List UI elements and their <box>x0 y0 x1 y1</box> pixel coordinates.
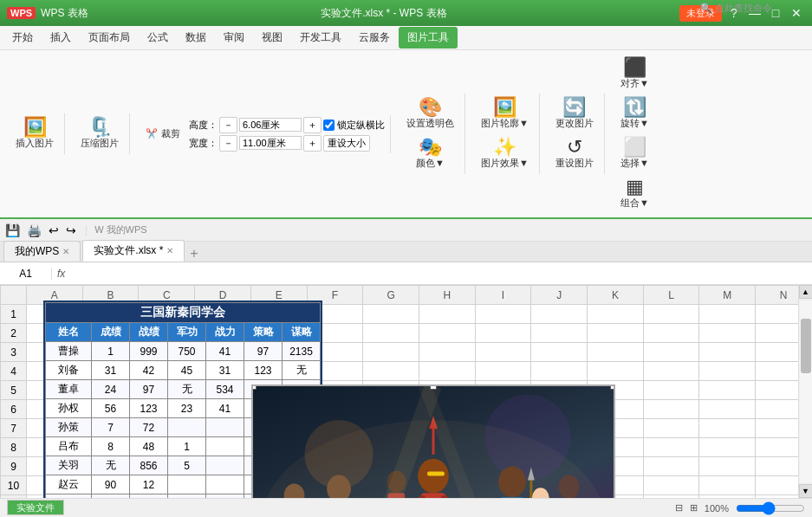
set-transparent-btn[interactable]: 🎨 设置透明色 <box>401 95 459 132</box>
height-increase[interactable]: ＋ <box>303 117 322 133</box>
cell-r1-c12[interactable] <box>699 305 756 324</box>
cell-r8-c12[interactable] <box>699 438 756 457</box>
data-cell-4-3[interactable] <box>168 418 206 437</box>
cell-r6-c12[interactable] <box>699 400 756 419</box>
combine-btn[interactable]: ▦ 组合▼ <box>615 175 654 212</box>
close-btn[interactable]: ✕ <box>788 4 805 22</box>
data-cell-4-0[interactable]: 孙策 <box>46 418 92 437</box>
cell-r1-c8[interactable] <box>475 305 531 324</box>
data-cell-2-0[interactable]: 董卓 <box>46 380 92 399</box>
data-cell-0-4[interactable]: 41 <box>206 342 244 361</box>
data-cell-8-3[interactable]: 1 <box>168 494 206 499</box>
img-effect-btn[interactable]: ✨ 图片效果▼ <box>476 135 534 172</box>
data-cell-2-3[interactable]: 无 <box>168 380 206 399</box>
data-cell-5-4[interactable] <box>206 437 244 456</box>
data-cell-2-1[interactable]: 24 <box>92 380 130 399</box>
col-H[interactable]: H <box>419 286 475 305</box>
data-cell-7-4[interactable] <box>206 475 244 494</box>
cell-r9-c12[interactable] <box>699 457 756 476</box>
data-cell-1-6[interactable]: 无 <box>283 361 321 380</box>
menu-view[interactable]: 视图 <box>253 27 291 48</box>
data-cell-4-1[interactable]: 7 <box>92 418 130 437</box>
col-K[interactable]: K <box>588 286 644 305</box>
data-cell-1-2[interactable]: 42 <box>130 361 168 380</box>
rotate-btn[interactable]: 🔃 旋转▼ <box>615 95 654 132</box>
zoom-slider[interactable] <box>736 501 805 515</box>
reset-img-btn[interactable]: ↺ 重设图片 <box>550 135 599 172</box>
menu-picture-tools[interactable]: 图片工具 <box>399 27 458 48</box>
data-cell-6-2[interactable]: 856 <box>130 456 168 475</box>
scroll-track[interactable] <box>800 301 812 482</box>
tab-mywps-close[interactable]: ✕ <box>62 247 69 256</box>
data-cell-5-0[interactable]: 吕布 <box>46 437 92 456</box>
col-M[interactable]: M <box>699 286 756 305</box>
menu-layout[interactable]: 页面布局 <box>80 27 139 48</box>
cell-r1-c7[interactable] <box>419 305 475 324</box>
tab-mywps[interactable]: 我的WPS ✕ <box>3 241 81 262</box>
data-cell-7-2[interactable]: 12 <box>130 475 168 494</box>
data-cell-0-5[interactable]: 97 <box>244 342 283 361</box>
col-G[interactable]: G <box>363 286 419 305</box>
cell-r3-c7[interactable] <box>419 343 475 362</box>
scroll-up-btn[interactable]: ▲ <box>799 285 813 299</box>
save-btn[interactable]: 💾 <box>3 222 22 239</box>
lock-ratio-checkbox[interactable] <box>323 120 335 131</box>
width-input[interactable] <box>239 136 302 150</box>
cell-r2-c6[interactable] <box>363 324 419 343</box>
img-rotate-btn[interactable]: 🖼️ 图片轮廓▼ <box>476 95 534 132</box>
data-cell-0-0[interactable]: 曹操 <box>46 342 92 361</box>
cell-r4-c8[interactable] <box>475 362 531 381</box>
data-cell-7-3[interactable] <box>168 475 206 494</box>
cell-r2-c12[interactable] <box>699 324 756 343</box>
data-cell-8-1[interactable]: 999 <box>92 494 130 499</box>
data-cell-8-0[interactable]: 孔明 <box>46 494 92 499</box>
data-cell-7-1[interactable]: 90 <box>92 475 130 494</box>
cell-r1-c10[interactable] <box>588 305 644 324</box>
data-cell-0-1[interactable]: 1 <box>92 342 130 361</box>
cell-r11-c12[interactable] <box>699 495 756 499</box>
compress-image-btn[interactable]: 🗜️ 压缩图片 <box>75 115 124 152</box>
lock-ratio-label[interactable]: 锁定纵横比 <box>323 119 385 132</box>
cell-r2-c7[interactable] <box>419 324 475 343</box>
data-cell-6-0[interactable]: 关羽 <box>46 456 92 475</box>
fx-icon[interactable]: fx <box>52 268 70 280</box>
height-input[interactable] <box>239 118 302 132</box>
data-cell-5-2[interactable]: 48 <box>130 437 168 456</box>
menu-insert[interactable]: 插入 <box>42 27 80 48</box>
cell-r9-c11[interactable] <box>643 457 699 476</box>
cell-r4-c7[interactable] <box>419 362 475 381</box>
handle-top-left[interactable] <box>251 385 257 390</box>
col-J[interactable]: J <box>531 286 588 305</box>
print-btn[interactable]: 🖨️ <box>25 222 43 239</box>
data-cell-6-3[interactable]: 5 <box>168 456 206 475</box>
cell-r2-c11[interactable] <box>643 324 699 343</box>
status-normal-view[interactable]: ⊟ <box>675 502 683 514</box>
wps-quick[interactable]: W 我的WPS <box>94 223 147 236</box>
cell-r4-c6[interactable] <box>363 362 419 381</box>
cell-r4-c9[interactable] <box>531 362 588 381</box>
cell-r4-c10[interactable] <box>588 362 644 381</box>
cell-r4-c12[interactable] <box>699 362 756 381</box>
cell-r5-c11[interactable] <box>643 381 699 400</box>
crop-btn[interactable]: ✂️ 裁剪 <box>140 125 185 143</box>
menu-review[interactable]: 审阅 <box>215 27 253 48</box>
data-cell-1-4[interactable]: 31 <box>206 361 244 380</box>
data-cell-6-4[interactable] <box>206 456 244 475</box>
data-cell-3-0[interactable]: 孙权 <box>46 399 92 418</box>
menu-data[interactable]: 数据 <box>177 27 215 48</box>
cell-r1-c9[interactable] <box>531 305 588 324</box>
align-btn[interactable]: ⬛ 对齐▼ <box>615 55 654 93</box>
cell-r2-c10[interactable] <box>588 324 644 343</box>
cell-r10-c12[interactable] <box>699 476 756 495</box>
cell-r7-c11[interactable] <box>643 419 699 438</box>
reset-size-btn[interactable]: 重设大小 <box>323 135 370 152</box>
cell-r3-c10[interactable] <box>588 343 644 362</box>
cell-r2-c9[interactable] <box>531 324 588 343</box>
data-cell-0-3[interactable]: 750 <box>168 342 206 361</box>
tab-file-close[interactable]: ✕ <box>166 246 173 255</box>
handle-top-right[interactable] <box>610 385 615 390</box>
cell-r7-c12[interactable] <box>699 419 756 438</box>
col-L[interactable]: L <box>643 286 699 305</box>
data-cell-3-1[interactable]: 56 <box>92 399 130 418</box>
height-decrease[interactable]: － <box>219 117 237 133</box>
